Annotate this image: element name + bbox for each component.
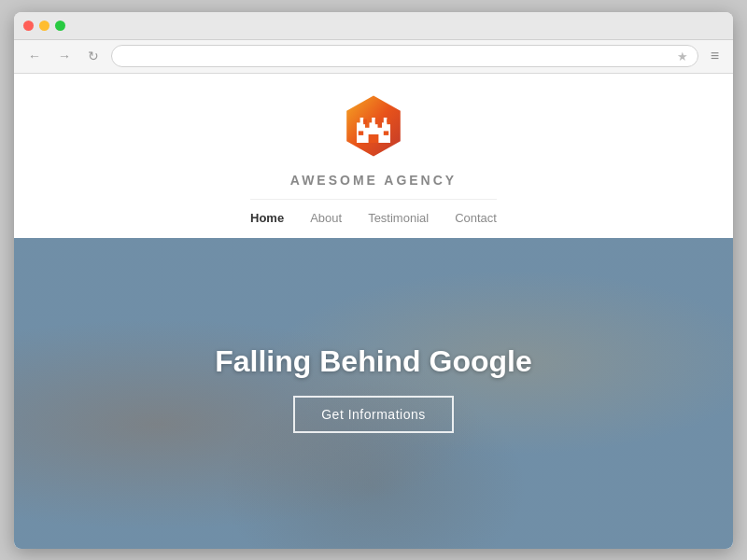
bookmark-icon[interactable]: ★: [677, 49, 688, 63]
maximize-button[interactable]: [55, 21, 65, 31]
browser-toolbar: ← → ↻ ★ ≡: [14, 40, 733, 74]
cta-button[interactable]: Get Informations: [293, 396, 454, 433]
hero-title: Falling Behind Google: [215, 344, 532, 379]
refresh-button[interactable]: ↻: [83, 47, 104, 65]
nav-contact[interactable]: Contact: [455, 209, 497, 227]
svg-rect-12: [359, 131, 363, 135]
svg-rect-13: [384, 131, 388, 135]
browser-window: ← → ↻ ★ ≡: [14, 12, 733, 549]
traffic-lights: [23, 21, 65, 31]
close-button[interactable]: [23, 21, 34, 31]
nav-testimonial[interactable]: Testimonial: [368, 209, 429, 227]
site-nav: Home About Testimonial Contact: [250, 199, 497, 227]
website-content: AWESOME AGENCY Home About Testimonial Co…: [14, 74, 733, 549]
site-header: AWESOME AGENCY Home About Testimonial Co…: [14, 74, 733, 238]
nav-home[interactable]: Home: [250, 209, 284, 227]
logo-container: [340, 92, 407, 163]
site-logo: [340, 92, 407, 160]
hero-content: Falling Behind Google Get Informations: [215, 344, 532, 442]
hero-section: Falling Behind Google Get Informations: [14, 238, 733, 549]
browser-menu-icon[interactable]: ≡: [706, 46, 724, 66]
svg-rect-8: [375, 119, 379, 123]
svg-rect-6: [363, 119, 367, 123]
browser-titlebar: [14, 12, 733, 40]
forward-button[interactable]: →: [53, 47, 76, 65]
svg-rect-11: [369, 134, 379, 143]
svg-rect-7: [372, 118, 375, 124]
agency-name: AWESOME AGENCY: [290, 173, 457, 188]
svg-rect-5: [360, 118, 364, 124]
svg-rect-10: [387, 119, 390, 123]
minimize-button[interactable]: [39, 21, 49, 31]
back-button[interactable]: ←: [23, 47, 46, 65]
svg-rect-9: [384, 118, 388, 124]
nav-about[interactable]: About: [310, 209, 342, 227]
address-bar[interactable]: ★: [111, 45, 698, 67]
